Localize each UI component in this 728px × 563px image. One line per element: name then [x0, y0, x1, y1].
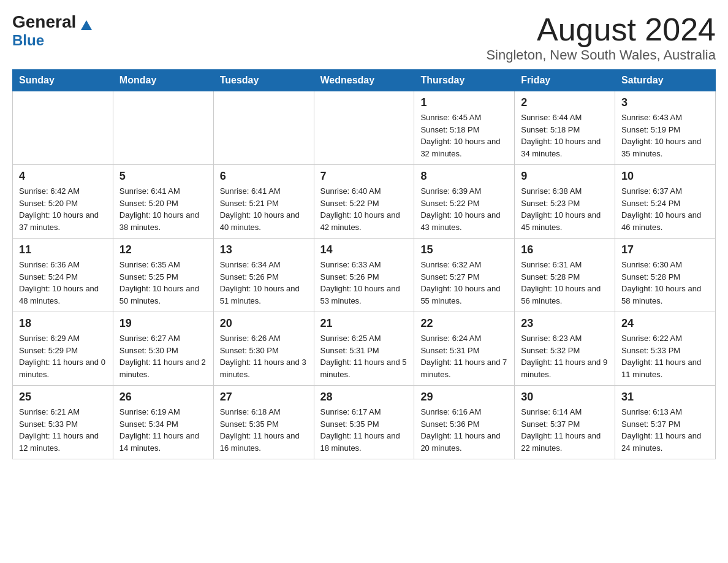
- day-number: 24: [621, 317, 709, 330]
- day-info: Sunrise: 6:43 AMSunset: 5:19 PMDaylight:…: [621, 112, 709, 159]
- calendar-cell: 10Sunrise: 6:37 AMSunset: 5:24 PMDayligh…: [615, 165, 716, 239]
- location-subtitle: Singleton, New South Wales, Australia: [486, 47, 716, 63]
- weekday-header-friday: Friday: [515, 70, 615, 91]
- weekday-header-row: SundayMondayTuesdayWednesdayThursdayFrid…: [13, 70, 716, 91]
- calendar-cell: 12Sunrise: 6:35 AMSunset: 5:25 PMDayligh…: [113, 239, 213, 312]
- weekday-header-sunday: Sunday: [13, 70, 113, 91]
- calendar-cell: 22Sunrise: 6:24 AMSunset: 5:31 PMDayligh…: [414, 312, 515, 386]
- calendar-cell: 17Sunrise: 6:30 AMSunset: 5:28 PMDayligh…: [615, 239, 716, 312]
- calendar-cell: 6Sunrise: 6:41 AMSunset: 5:21 PMDaylight…: [213, 165, 314, 239]
- calendar-cell: 20Sunrise: 6:26 AMSunset: 5:30 PMDayligh…: [213, 312, 314, 386]
- day-number: 10: [621, 170, 709, 183]
- day-number: 16: [521, 243, 609, 256]
- day-info: Sunrise: 6:45 AMSunset: 5:18 PMDaylight:…: [420, 112, 508, 159]
- day-info: Sunrise: 6:21 AMSunset: 5:33 PMDaylight:…: [19, 406, 107, 454]
- calendar-cell: 16Sunrise: 6:31 AMSunset: 5:28 PMDayligh…: [515, 239, 615, 312]
- day-info: Sunrise: 6:41 AMSunset: 5:20 PMDaylight:…: [119, 185, 207, 233]
- weekday-header-wednesday: Wednesday: [314, 70, 414, 91]
- calendar-cell: 25Sunrise: 6:21 AMSunset: 5:33 PMDayligh…: [13, 386, 113, 459]
- day-number: 27: [220, 391, 308, 404]
- day-number: 20: [220, 317, 308, 330]
- calendar-cell: 13Sunrise: 6:34 AMSunset: 5:26 PMDayligh…: [213, 239, 314, 312]
- day-number: 26: [119, 391, 207, 404]
- day-number: 4: [19, 170, 107, 183]
- calendar-cell: 26Sunrise: 6:19 AMSunset: 5:34 PMDayligh…: [113, 386, 213, 459]
- calendar-cell: 18Sunrise: 6:29 AMSunset: 5:29 PMDayligh…: [13, 312, 113, 386]
- weekday-header-saturday: Saturday: [615, 70, 716, 91]
- day-number: 5: [119, 170, 207, 183]
- logo-triangle-icon: [81, 20, 92, 30]
- logo-blue: Blue: [12, 32, 44, 49]
- day-info: Sunrise: 6:33 AMSunset: 5:26 PMDaylight:…: [320, 259, 408, 307]
- day-info: Sunrise: 6:39 AMSunset: 5:22 PMDaylight:…: [420, 185, 508, 233]
- day-info: Sunrise: 6:35 AMSunset: 5:25 PMDaylight:…: [119, 259, 207, 307]
- day-info: Sunrise: 6:41 AMSunset: 5:21 PMDaylight:…: [220, 185, 308, 233]
- calendar-cell: 19Sunrise: 6:27 AMSunset: 5:30 PMDayligh…: [113, 312, 213, 386]
- day-number: 17: [621, 243, 709, 256]
- calendar-cell: 3Sunrise: 6:43 AMSunset: 5:19 PMDaylight…: [615, 91, 716, 165]
- logo-general: General: [12, 12, 92, 32]
- day-number: 13: [220, 243, 308, 256]
- title-block: August 2024 Singleton, New South Wales, …: [486, 12, 716, 63]
- calendar-cell: 21Sunrise: 6:25 AMSunset: 5:31 PMDayligh…: [314, 312, 414, 386]
- month-year-title: August 2024: [486, 12, 716, 47]
- calendar-cell: 15Sunrise: 6:32 AMSunset: 5:27 PMDayligh…: [414, 239, 515, 312]
- day-number: 1: [420, 96, 508, 109]
- day-number: 11: [19, 243, 107, 256]
- day-number: 22: [420, 317, 508, 330]
- calendar-week-row: 25Sunrise: 6:21 AMSunset: 5:33 PMDayligh…: [13, 386, 716, 459]
- day-info: Sunrise: 6:31 AMSunset: 5:28 PMDaylight:…: [521, 259, 609, 307]
- day-info: Sunrise: 6:44 AMSunset: 5:18 PMDaylight:…: [521, 112, 609, 159]
- calendar-cell: [13, 91, 113, 165]
- day-number: 31: [621, 391, 709, 404]
- calendar-week-row: 4Sunrise: 6:42 AMSunset: 5:20 PMDaylight…: [13, 165, 716, 239]
- day-number: 3: [621, 96, 709, 109]
- day-info: Sunrise: 6:14 AMSunset: 5:37 PMDaylight:…: [521, 406, 609, 454]
- calendar-cell: [314, 91, 414, 165]
- calendar-cell: 8Sunrise: 6:39 AMSunset: 5:22 PMDaylight…: [414, 165, 515, 239]
- day-info: Sunrise: 6:37 AMSunset: 5:24 PMDaylight:…: [621, 185, 709, 233]
- calendar-cell: 1Sunrise: 6:45 AMSunset: 5:18 PMDaylight…: [414, 91, 515, 165]
- calendar-cell: 23Sunrise: 6:23 AMSunset: 5:32 PMDayligh…: [515, 312, 615, 386]
- day-number: 15: [420, 243, 508, 256]
- calendar-cell: 5Sunrise: 6:41 AMSunset: 5:20 PMDaylight…: [113, 165, 213, 239]
- calendar-cell: [213, 91, 314, 165]
- calendar-week-row: 18Sunrise: 6:29 AMSunset: 5:29 PMDayligh…: [13, 312, 716, 386]
- day-number: 29: [420, 391, 508, 404]
- day-info: Sunrise: 6:22 AMSunset: 5:33 PMDaylight:…: [621, 332, 709, 380]
- weekday-header-tuesday: Tuesday: [213, 70, 314, 91]
- day-number: 30: [521, 391, 609, 404]
- calendar-cell: 9Sunrise: 6:38 AMSunset: 5:23 PMDaylight…: [515, 165, 615, 239]
- day-info: Sunrise: 6:24 AMSunset: 5:31 PMDaylight:…: [420, 332, 508, 380]
- day-number: 23: [521, 317, 609, 330]
- weekday-header-thursday: Thursday: [414, 70, 515, 91]
- day-number: 6: [220, 170, 308, 183]
- day-number: 9: [521, 170, 609, 183]
- day-info: Sunrise: 6:40 AMSunset: 5:22 PMDaylight:…: [320, 185, 408, 233]
- day-number: 14: [320, 243, 408, 256]
- day-info: Sunrise: 6:32 AMSunset: 5:27 PMDaylight:…: [420, 259, 508, 307]
- calendar-table: SundayMondayTuesdayWednesdayThursdayFrid…: [12, 69, 716, 459]
- calendar-cell: 30Sunrise: 6:14 AMSunset: 5:37 PMDayligh…: [515, 386, 615, 459]
- day-number: 28: [320, 391, 408, 404]
- day-info: Sunrise: 6:23 AMSunset: 5:32 PMDaylight:…: [521, 332, 609, 380]
- logo: General Blue: [12, 12, 92, 49]
- day-info: Sunrise: 6:30 AMSunset: 5:28 PMDaylight:…: [621, 259, 709, 307]
- calendar-week-row: 1Sunrise: 6:45 AMSunset: 5:18 PMDaylight…: [13, 91, 716, 165]
- day-info: Sunrise: 6:16 AMSunset: 5:36 PMDaylight:…: [420, 406, 508, 454]
- calendar-cell: 7Sunrise: 6:40 AMSunset: 5:22 PMDaylight…: [314, 165, 414, 239]
- calendar-week-row: 11Sunrise: 6:36 AMSunset: 5:24 PMDayligh…: [13, 239, 716, 312]
- day-number: 19: [119, 317, 207, 330]
- day-info: Sunrise: 6:13 AMSunset: 5:37 PMDaylight:…: [621, 406, 709, 454]
- page-header: General Blue August 2024 Singleton, New …: [12, 12, 716, 63]
- calendar-cell: 11Sunrise: 6:36 AMSunset: 5:24 PMDayligh…: [13, 239, 113, 312]
- calendar-cell: 31Sunrise: 6:13 AMSunset: 5:37 PMDayligh…: [615, 386, 716, 459]
- calendar-cell: 4Sunrise: 6:42 AMSunset: 5:20 PMDaylight…: [13, 165, 113, 239]
- calendar-cell: 2Sunrise: 6:44 AMSunset: 5:18 PMDaylight…: [515, 91, 615, 165]
- day-info: Sunrise: 6:26 AMSunset: 5:30 PMDaylight:…: [220, 332, 308, 380]
- day-info: Sunrise: 6:19 AMSunset: 5:34 PMDaylight:…: [119, 406, 207, 454]
- day-number: 25: [19, 391, 107, 404]
- day-info: Sunrise: 6:42 AMSunset: 5:20 PMDaylight:…: [19, 185, 107, 233]
- day-number: 21: [320, 317, 408, 330]
- day-info: Sunrise: 6:18 AMSunset: 5:35 PMDaylight:…: [220, 406, 308, 454]
